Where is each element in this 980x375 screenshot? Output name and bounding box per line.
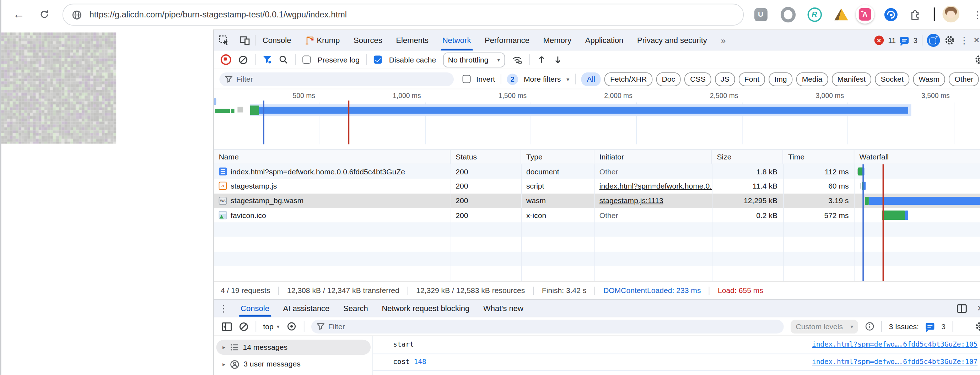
filter-chip-css[interactable]: CSS xyxy=(684,72,711,86)
clear-console-icon[interactable] xyxy=(239,321,249,331)
address-bar[interactable]: https://g.alicdn.com/pipe/burn-stagestam… xyxy=(62,4,744,26)
console-source-link[interactable]: index.html?spm=defwo….6fdd5c4bt3GuZe:107 xyxy=(812,358,977,366)
import-har-icon[interactable] xyxy=(537,55,546,64)
expand-icon[interactable]: ▸ xyxy=(223,344,225,351)
browser-menu-icon[interactable]: ⋮ xyxy=(970,8,980,22)
extension-translate-icon[interactable]: A xyxy=(856,5,875,24)
preserve-log-checkbox[interactable] xyxy=(302,56,310,64)
extension-o-icon[interactable] xyxy=(781,7,795,22)
network-overview-timeline[interactable]: 500 ms1,000 ms1,500 ms2,000 ms2,500 ms3,… xyxy=(214,89,980,146)
throttling-select[interactable]: No throttling ▾ xyxy=(443,52,505,67)
settings-gear-icon[interactable] xyxy=(945,35,955,46)
device-toolbar-icon[interactable] xyxy=(240,35,250,46)
reload-button[interactable] xyxy=(37,7,52,22)
devtools-menu-icon[interactable]: ⋮ xyxy=(959,35,969,46)
invert-checkbox[interactable] xyxy=(463,75,471,83)
filter-chip-socket[interactable]: Socket xyxy=(875,72,909,86)
column-header-status[interactable]: Status xyxy=(450,150,521,164)
issues-summary-label[interactable]: 3 Issues: xyxy=(889,322,918,331)
close-drawer-icon[interactable]: ✕ xyxy=(977,303,980,313)
clear-network-log-icon[interactable] xyxy=(238,55,248,65)
ai-assistance-icon[interactable] xyxy=(927,34,940,47)
expand-icon[interactable]: ▸ xyxy=(223,361,225,367)
request-row[interactable]: ‹›stagestamp.js200scriptindex.html?spm=d… xyxy=(214,179,980,194)
console-sidebar-toggle-icon[interactable] xyxy=(222,322,232,331)
column-header-time[interactable]: Time xyxy=(783,150,854,164)
filter-chip-other[interactable]: Other xyxy=(949,72,979,86)
network-filter-input[interactable]: Filter xyxy=(219,72,454,86)
tab-sources[interactable]: Sources xyxy=(347,30,389,51)
filter-chip-all[interactable]: All xyxy=(581,72,601,86)
drawer-tab-ai-assistance[interactable]: AI assistance xyxy=(276,300,336,316)
more-tabs-button[interactable]: » xyxy=(714,30,732,51)
close-devtools-icon[interactable]: ✕ xyxy=(973,35,980,45)
console-message-row[interactable]: index.html?spm=defwo….6fdd5c4bt3GuZe:108 xyxy=(373,370,980,375)
issues-icon[interactable] xyxy=(926,323,934,329)
error-count-icon[interactable]: ✕ xyxy=(874,35,883,45)
initiator-link[interactable]: index.html?spm=defwork.home.0.0.6fdd5c4b… xyxy=(600,182,712,191)
filter-chip-doc[interactable]: Doc xyxy=(656,72,681,86)
filter-icon[interactable] xyxy=(262,55,272,64)
tab-elements[interactable]: Elements xyxy=(389,30,435,51)
more-filters-count[interactable]: 2 xyxy=(507,73,519,85)
tab-privacy-and-security[interactable]: Privacy and security xyxy=(630,30,714,51)
network-conditions-icon[interactable] xyxy=(512,55,523,65)
drawer-tab-network-request-blocking[interactable]: Network request blocking xyxy=(375,300,477,316)
column-header-type[interactable]: Type xyxy=(521,150,595,164)
column-header-initiator[interactable]: Initiator xyxy=(595,150,712,164)
drawer-tab-console[interactable]: Console xyxy=(234,300,276,316)
filter-chip-media[interactable]: Media xyxy=(796,72,828,86)
console-message-row[interactable]: startindex.html?spm=defwo….6fdd5c4bt3GuZ… xyxy=(373,336,980,354)
filter-chip-manifest[interactable]: Manifest xyxy=(832,72,871,86)
live-expression-eye-icon[interactable] xyxy=(286,322,297,331)
network-settings-gear-icon[interactable] xyxy=(974,54,980,65)
more-filters-dropdown-icon[interactable]: ▾ xyxy=(566,76,569,83)
more-filters-label[interactable]: More filters xyxy=(524,75,561,83)
column-header-waterfall[interactable]: Waterfall xyxy=(854,150,980,164)
console-sidebar-item-3-user-messages[interactable]: ▸3 user messages xyxy=(216,356,371,372)
extension-u-icon[interactable]: U xyxy=(753,7,768,22)
extension-r-icon[interactable]: R xyxy=(807,7,822,22)
disable-cache-checkbox[interactable] xyxy=(374,56,382,64)
request-row[interactable]: WAstagestamp_bg.wasm200wasmstagestamp.js… xyxy=(214,194,980,208)
column-header-size[interactable]: Size xyxy=(712,150,783,164)
info-icon[interactable] xyxy=(865,322,875,331)
drawer-menu-icon[interactable]: ⋮ xyxy=(219,303,228,314)
back-button[interactable]: ← xyxy=(11,7,26,22)
log-levels-select[interactable]: Custom levels ▾ xyxy=(791,319,858,334)
console-sidebar-item-14-messages[interactable]: ▸14 messages xyxy=(216,340,371,355)
split-panel-icon[interactable] xyxy=(957,304,967,313)
issues-icon[interactable] xyxy=(900,37,909,44)
filter-chip-img[interactable]: Img xyxy=(768,72,792,86)
request-row[interactable]: favicon.ico200x-iconOther0.2 kB572 ms xyxy=(214,208,980,222)
execution-context-select[interactable]: top ▾ xyxy=(263,322,280,331)
tab-console[interactable]: Console xyxy=(256,30,298,51)
extension-c-icon[interactable] xyxy=(883,7,898,22)
column-header-name[interactable]: Name xyxy=(214,150,451,164)
request-row[interactable]: index.html?spm=defwork.home.0.0.6fdd5c4b… xyxy=(214,164,980,179)
console-filter-input[interactable]: Filter xyxy=(311,319,784,334)
extensions-puzzle-icon[interactable] xyxy=(908,7,923,22)
inspect-element-icon[interactable] xyxy=(219,35,229,46)
filter-chip-wasm[interactable]: Wasm xyxy=(913,72,945,86)
tab-memory[interactable]: Memory xyxy=(536,30,578,51)
profile-avatar[interactable] xyxy=(942,6,959,22)
export-har-icon[interactable] xyxy=(553,55,563,64)
drawer-tab-search[interactable]: Search xyxy=(337,300,375,316)
filter-chip-js[interactable]: JS xyxy=(715,72,735,86)
site-info-icon[interactable] xyxy=(72,10,82,19)
search-icon[interactable] xyxy=(278,55,288,64)
initiator-link[interactable]: stagestamp.js:1113 xyxy=(600,196,663,205)
filter-chip-font[interactable]: Font xyxy=(739,72,765,86)
tab-application[interactable]: Application xyxy=(578,30,630,51)
console-settings-gear-icon[interactable] xyxy=(975,321,980,332)
drawer-tab-what-s-new[interactable]: What's new xyxy=(477,300,530,316)
console-source-link[interactable]: index.html?spm=defwo….6fdd5c4bt3GuZe:105 xyxy=(812,340,977,349)
tab-network[interactable]: Network xyxy=(435,30,477,51)
tab-krump[interactable]: Krump xyxy=(298,30,347,51)
console-message-row[interactable]: cost 148index.html?spm=defwo….6fdd5c4bt3… xyxy=(373,354,980,371)
tab-performance[interactable]: Performance xyxy=(478,30,536,51)
record-network-log-icon[interactable] xyxy=(221,54,231,65)
extension-pyramid-icon[interactable] xyxy=(834,7,848,22)
filter-chip-fetch-xhr[interactable]: Fetch/XHR xyxy=(605,72,652,86)
